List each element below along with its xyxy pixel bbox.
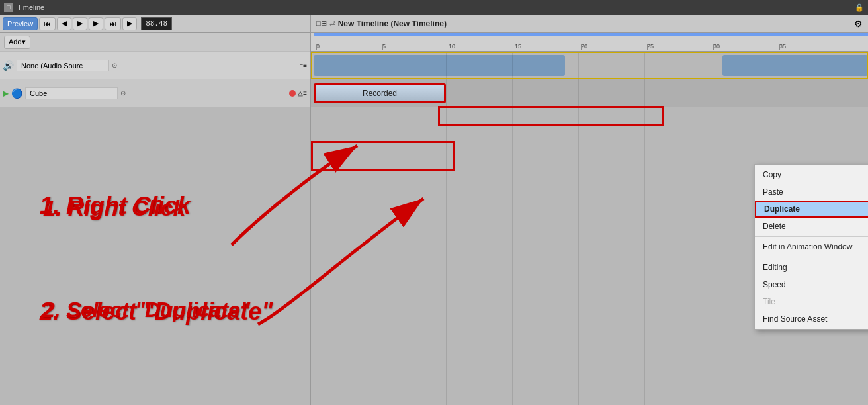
audio-track-timeline [311, 52, 868, 79]
annotation-right-click: 1. Right Click [40, 192, 191, 220]
ctx-speed[interactable]: Speed › [755, 276, 868, 293]
frame-back-button[interactable]: ◀ [57, 17, 71, 30]
ctx-sep1 [755, 236, 868, 237]
anim-settings-icon[interactable]: ⊙ [120, 89, 126, 97]
ctx-paste-label: Paste [763, 187, 783, 197]
cube-icon: 🔵 [11, 88, 22, 99]
ruler-tick-25: 25 [647, 43, 654, 50]
red-box-duplicate [438, 106, 664, 126]
titlebar-title: Timeline [17, 3, 44, 11]
ctx-delete-label: Delete [763, 222, 786, 231]
gear-icon[interactable]: ⚙ [854, 19, 863, 29]
ctx-tile: Tile [755, 293, 868, 310]
audio-track-name: None (Audio Sourc [21, 62, 83, 69]
ruler-tick-30: 30 [713, 43, 720, 50]
track-labels-panel: Add▾ 🔊 None (Audio Sourc ⊙ ⁼≡ ▶ [0, 33, 311, 405]
titlebar: □ Timeline 🔒 [0, 0, 868, 15]
ctx-copy-label: Copy [763, 170, 781, 179]
timeline-header-sep: ⇄ [329, 19, 335, 28]
timeline-header-icon: □⊞ [316, 19, 327, 28]
audio-track-name-box: None (Audio Sourc [17, 60, 109, 71]
recorded-clip-label: Recorded [363, 89, 397, 98]
audio-clip-left[interactable] [314, 55, 565, 76]
audio-track-row: 🔊 None (Audio Sourc ⊙ ⁼≡ [0, 52, 310, 79]
tracks-timeline: Recorded [311, 52, 868, 405]
audio-dots: ⁼≡ [300, 62, 307, 69]
annotation-select-dup: 2. Select "Duplicate" [40, 298, 273, 326]
ctx-duplicate[interactable]: Duplicate Ctrl+D [755, 201, 868, 218]
anim-track-timeline: Recorded [311, 79, 868, 107]
ruler: 0 5 10 15 20 25 30 [311, 33, 868, 52]
ctx-speed-label: Speed [763, 280, 786, 289]
preview-label: Preview [7, 20, 33, 28]
context-menu: Copy Ctrl+C Paste Ctrl+V Duplicate Ctrl+… [754, 164, 868, 330]
step-back-button[interactable]: ⏮ [39, 17, 56, 30]
ctx-delete[interactable]: Delete Delete [755, 218, 868, 235]
content-area: Add▾ 🔊 None (Audio Sourc ⊙ ⁼≡ ▶ [0, 33, 868, 405]
add-button-row: Add▾ [0, 33, 310, 52]
ctx-tile-label: Tile [763, 297, 775, 306]
step-fwd-button[interactable]: ⏭ [105, 17, 121, 30]
ctx-edit-anim-label: Edit in Animation Window [763, 242, 852, 251]
preview-play-button[interactable]: ▶ [122, 17, 137, 30]
ctx-sep2 [755, 257, 868, 257]
timeline-area: 0 5 10 15 20 25 30 [311, 33, 868, 405]
timeline-header-title: New Timeline (New Timeline) [338, 19, 447, 28]
ruler-tick-10: 10 [449, 43, 455, 50]
audio-track-icon: 🔊 [3, 60, 14, 71]
ruler-tick-15: 15 [515, 43, 521, 50]
timeline-icon: □ [4, 3, 13, 12]
app-container: □ Timeline 🔒 Preview ⏮ ◀ ▶ ▶ ⏭ ▶ 88.48 [0, 0, 868, 405]
timecode-display: 88.48 [141, 17, 172, 30]
ruler-tick-20: 20 [581, 43, 587, 50]
anim-track-name-box: Cube [25, 87, 118, 99]
add-button[interactable]: Add▾ [4, 36, 30, 49]
audio-settings-icon[interactable]: ⊙ [112, 62, 117, 69]
track-labels-empty [0, 107, 310, 405]
preview-button[interactable]: Preview [3, 17, 38, 30]
ruler-tick-35: 35 [779, 43, 786, 50]
playhead-bar [314, 33, 868, 36]
anim-track-row: ▶ 🔵 Cube ⊙ △≡ [0, 79, 310, 107]
ctx-paste[interactable]: Paste Ctrl+V [755, 183, 868, 201]
ctx-find-source-label: Find Source Asset [763, 314, 827, 324]
audio-clip-right[interactable] [722, 55, 868, 76]
anim-dots: △≡ [298, 89, 307, 97]
lock-icon: 🔒 [855, 3, 864, 12]
ctx-editing[interactable]: Editing › [755, 259, 868, 276]
anim-track-name: Cube [30, 89, 47, 97]
ctx-duplicate-label: Duplicate [764, 204, 800, 214]
frame-fwd-button[interactable]: ▶ [89, 17, 103, 30]
ctx-find-source[interactable]: Find Source Asset [755, 310, 868, 328]
recorded-clip[interactable]: Recorded [314, 83, 446, 103]
play-button[interactable]: ▶ [73, 17, 87, 30]
record-dot [289, 90, 296, 97]
anim-track-play-icon: ▶ [3, 89, 9, 98]
ctx-edit-anim[interactable]: Edit in Animation Window [755, 238, 868, 255]
ctx-copy[interactable]: Copy Ctrl+C [755, 166, 868, 183]
ctx-editing-label: Editing [763, 263, 787, 272]
